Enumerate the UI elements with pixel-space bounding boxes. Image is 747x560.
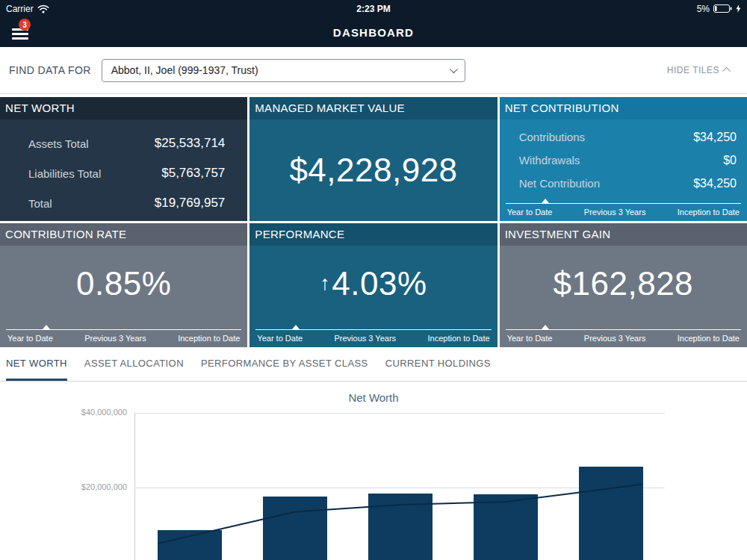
menu-bar xyxy=(12,33,28,35)
tile-performance: PERFORMANCE ↑4.03% Year to Date Previous… xyxy=(249,223,497,347)
period-previous-3-years[interactable]: Previous 3 Years xyxy=(84,334,146,343)
row-value: $0 xyxy=(723,154,737,167)
tile-contribution-rate: CONTRIBUTION RATE 0.85% Year to Date Pre… xyxy=(0,223,247,347)
row-label: Net Contribution xyxy=(519,177,600,190)
net-worth-row-assets: Assets Total $25,533,714 xyxy=(28,128,225,158)
wifi-icon xyxy=(37,4,49,13)
tile-net-contribution: NET CONTRIBUTION Contributions $34,250 W… xyxy=(500,97,747,221)
period-year-to-date[interactable]: Year to Date xyxy=(7,334,53,343)
tile-net-worth: NET WORTH Assets Total $25,533,714 Liabi… xyxy=(0,97,247,221)
battery-icon xyxy=(713,4,732,13)
status-bar: Carrier 2:23 PM 5% xyxy=(0,0,747,17)
notification-badge: 3 xyxy=(19,19,31,31)
section-tabs: NET WORTH ASSET ALLOCATION PERFORMANCE B… xyxy=(0,347,747,382)
performance-number: 4.03% xyxy=(332,265,427,302)
chart-plot-area: $40,000,000$20,000,000 xyxy=(134,413,665,560)
page-title: DASHBOARD xyxy=(333,26,414,39)
nav-bar: 3 DASHBOARD xyxy=(0,17,747,47)
app-root: Carrier 2:23 PM 5% xyxy=(0,0,747,560)
row-label: Liabilities Total xyxy=(28,167,101,180)
period-previous-3-years[interactable]: Previous 3 Years xyxy=(584,208,646,217)
investment-gain-value: $162,828 xyxy=(554,265,694,302)
period-selector: Year to Date Previous 3 Years Inception … xyxy=(506,203,741,217)
net-contribution-row-net: Net Contribution $34,250 xyxy=(519,172,737,195)
period-inception-to-date[interactable]: Inception to Date xyxy=(678,334,740,343)
net-worth-chart: Net Worth $40,000,000$20,000,000 xyxy=(0,382,747,560)
account-select-value: Abbot, II, Joel (999-1937, Trust) xyxy=(111,64,258,76)
row-value: $25,533,714 xyxy=(155,136,226,151)
period-selector: Year to Date Previous 3 Years Inception … xyxy=(506,329,741,343)
managed-market-value: $4,228,928 xyxy=(289,152,457,189)
contribution-rate-value: 0.85% xyxy=(76,265,171,302)
chart-title: Net Worth xyxy=(0,382,747,404)
row-value: $34,250 xyxy=(693,131,737,144)
active-period-marker xyxy=(542,199,549,203)
row-value: $5,763,757 xyxy=(161,166,225,181)
active-period-marker xyxy=(292,325,300,329)
tab-asset-allocation[interactable]: ASSET ALLOCATION xyxy=(84,347,184,381)
up-arrow-icon: ↑ xyxy=(320,272,330,294)
tile-net-contribution-title: NET CONTRIBUTION xyxy=(500,97,747,119)
tile-net-worth-title: NET WORTH xyxy=(0,97,247,119)
hide-tiles-label: HIDE TILES xyxy=(667,65,719,75)
find-data-bar: FIND DATA FOR Abbot, II, Joel (999-1937,… xyxy=(0,47,747,94)
tab-performance-by-asset-class[interactable]: PERFORMANCE BY ASSET CLASS xyxy=(201,347,368,381)
account-select[interactable]: Abbot, II, Joel (999-1937, Trust) xyxy=(102,59,465,82)
clock: 2:23 PM xyxy=(356,4,390,14)
y-tick-label: $40,000,000 xyxy=(60,408,127,417)
net-contribution-row-withdrawals: Withdrawals $0 xyxy=(519,149,737,172)
period-selector: Year to Date Previous 3 Years Inception … xyxy=(6,329,241,343)
period-previous-3-years[interactable]: Previous 3 Years xyxy=(335,334,397,343)
charging-bolt-icon xyxy=(736,4,741,13)
row-label: Withdrawals xyxy=(519,154,580,167)
tile-managed-market-value-title: MANAGED MARKET VALUE xyxy=(249,97,497,119)
row-value: $34,250 xyxy=(693,177,737,190)
tab-current-holdings[interactable]: CURRENT HOLDINGS xyxy=(385,347,491,381)
net-contribution-row-contributions: Contributions $34,250 xyxy=(519,125,737,149)
tile-performance-title: PERFORMANCE xyxy=(249,223,497,246)
carrier-label: Carrier xyxy=(6,4,34,14)
period-inception-to-date[interactable]: Inception to Date xyxy=(678,208,740,217)
hide-tiles-button[interactable]: HIDE TILES xyxy=(667,65,731,75)
tile-investment-gain: INVESTMENT GAIN $162,828 Year to Date Pr… xyxy=(500,223,747,347)
performance-value: ↑4.03% xyxy=(320,265,427,302)
find-data-label: FIND DATA FOR xyxy=(9,64,91,76)
period-inception-to-date[interactable]: Inception to Date xyxy=(427,334,489,343)
chevron-down-icon xyxy=(449,65,457,73)
tab-net-worth[interactable]: NET WORTH xyxy=(6,347,67,381)
top-bar: Carrier 2:23 PM 5% xyxy=(0,0,747,47)
active-period-marker xyxy=(542,325,549,329)
chevron-up-icon xyxy=(722,67,731,75)
tile-managed-market-value: MANAGED MARKET VALUE $4,228,928 xyxy=(249,97,497,221)
tiles-grid: NET WORTH Assets Total $25,533,714 Liabi… xyxy=(0,97,747,347)
battery-percent: 5% xyxy=(697,4,710,14)
period-inception-to-date[interactable]: Inception to Date xyxy=(178,334,240,343)
menu-bar xyxy=(12,37,28,40)
y-tick-label: $20,000,000 xyxy=(60,482,127,491)
row-label: Contributions xyxy=(519,131,585,143)
row-label: Total xyxy=(28,197,52,210)
tile-contribution-rate-title: CONTRIBUTION RATE xyxy=(0,223,247,246)
period-year-to-date[interactable]: Year to Date xyxy=(257,334,303,343)
period-year-to-date[interactable]: Year to Date xyxy=(507,334,553,343)
period-selector: Year to Date Previous 3 Years Inception … xyxy=(255,329,491,343)
net-worth-row-liabilities: Liabilities Total $5,763,757 xyxy=(28,158,225,188)
period-year-to-date[interactable]: Year to Date xyxy=(507,208,553,217)
active-period-marker xyxy=(43,325,50,329)
trend-line xyxy=(134,413,665,560)
period-previous-3-years[interactable]: Previous 3 Years xyxy=(584,334,646,343)
menu-button[interactable]: 3 xyxy=(12,27,28,40)
tile-investment-gain-title: INVESTMENT GAIN xyxy=(500,223,747,246)
net-worth-row-total: Total $19,769,957 xyxy=(28,188,225,218)
row-value: $19,769,957 xyxy=(155,196,226,211)
row-label: Assets Total xyxy=(28,137,89,150)
